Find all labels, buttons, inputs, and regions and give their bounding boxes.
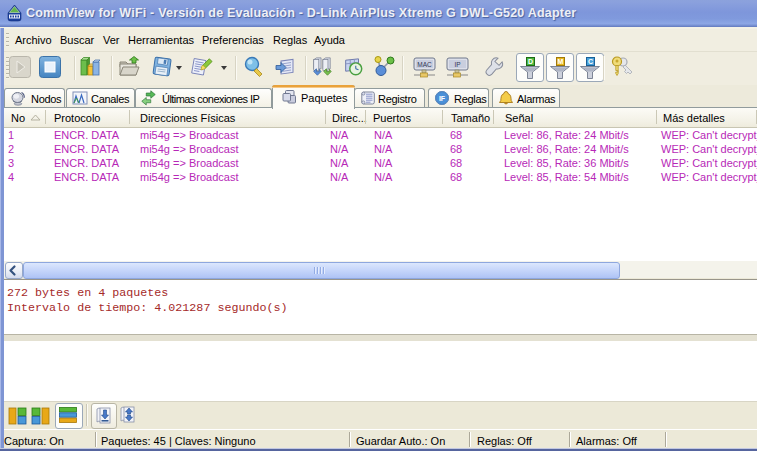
svg-text:D: D	[528, 58, 533, 65]
svg-text:MAC: MAC	[417, 61, 432, 68]
svg-text:C: C	[588, 58, 593, 65]
svg-text:IF: IF	[439, 95, 446, 102]
svg-text:M: M	[558, 58, 564, 65]
svg-text:IP: IP	[454, 61, 460, 68]
